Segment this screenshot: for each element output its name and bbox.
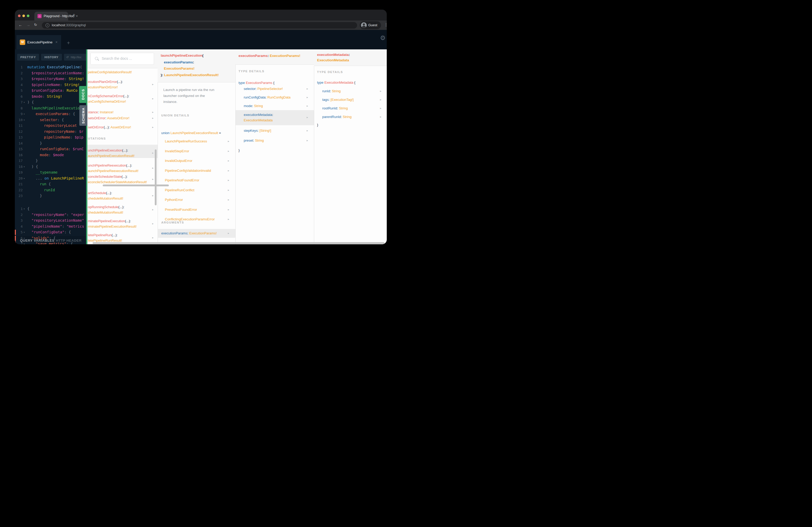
item-type[interactable]: aunchPipelineReexecutionResult!: [88, 169, 139, 173]
variables-line[interactable]: 5▾"runConfigData": {: [15, 229, 87, 235]
settings-gear-icon[interactable]: ⚙: [380, 34, 386, 42]
item-signature[interactable]: setOrError(...): AssetOrError!: [88, 125, 131, 129]
variables-line[interactable]: 2"repositoryName": "exper: [15, 212, 87, 218]
page-info-icon[interactable]: i: [45, 24, 49, 27]
item-type[interactable]: cheduleMutationResult!: [88, 210, 123, 214]
expand-arrow-icon[interactable]: ▸: [307, 96, 308, 99]
expand-arrow-icon[interactable]: ▸: [307, 129, 308, 132]
code-line[interactable]: 11repositoryLocat: [15, 123, 87, 129]
expand-arrow-icon[interactable]: ▸: [152, 166, 154, 170]
minimize-window-button[interactable]: [23, 15, 25, 17]
item-name[interactable]: opRunningSchedule(...):: [88, 205, 124, 209]
expand-arrow-icon[interactable]: ▸: [228, 217, 229, 221]
type-field[interactable]: selector: PipelineSelector!: [244, 87, 283, 91]
search-input[interactable]: [101, 56, 151, 61]
expand-arrow-icon[interactable]: ▸: [307, 104, 308, 108]
type-field[interactable]: runConfigData: RunConfigData: [244, 95, 291, 99]
fold-arrow-icon[interactable]: ▾: [24, 206, 25, 212]
code-line[interactable]: 3$repositoryName: String!: [15, 76, 87, 82]
union-member[interactable]: InvalidOutputError: [165, 159, 192, 163]
variables-line[interactable]: 1▾{: [15, 206, 87, 212]
code-line[interactable]: 7▾) {: [15, 99, 87, 105]
expand-arrow-icon[interactable]: ▸: [228, 139, 229, 143]
code-line[interactable]: 19__typename: [15, 169, 87, 176]
item-name[interactable]: ecutionPlanOrError(...):: [88, 80, 123, 84]
address-bar[interactable]: i localhost:3333/graphql: [42, 22, 357, 29]
item-type[interactable]: cheduleMutationResult!: [88, 196, 123, 200]
item-type[interactable]: unConfigSchemaOrError!: [88, 100, 126, 103]
type-field[interactable]: mode: String: [244, 104, 263, 108]
item-name[interactable]: unchPipelineExecution(...):: [88, 148, 128, 152]
union-member[interactable]: PythonError: [165, 198, 183, 202]
argument-row[interactable]: executionParams: ExecutionParams!: [161, 231, 217, 235]
expand-arrow-icon[interactable]: ▸: [152, 125, 154, 129]
fold-arrow-icon[interactable]: ▾: [24, 117, 25, 123]
fold-arrow-icon[interactable]: ▾: [24, 229, 25, 235]
expand-arrow-icon[interactable]: ▸: [152, 236, 154, 239]
expand-arrow-icon[interactable]: ▸: [380, 89, 381, 93]
item-name[interactable]: nConfigSchemaOrError(...):: [88, 94, 129, 98]
prettify-button[interactable]: PRETTIFY: [17, 54, 39, 61]
fold-arrow-icon[interactable]: ▾: [24, 164, 25, 170]
type-field[interactable]: preset: String: [244, 138, 264, 142]
docs-list-horizontal-scrollbar[interactable]: [103, 184, 169, 186]
item-signature[interactable]: stance: Instance!: [88, 110, 113, 114]
playground-tab-close-icon[interactable]: ×: [55, 40, 57, 44]
fold-arrow-icon[interactable]: ▾: [24, 241, 25, 244]
expand-arrow-icon[interactable]: ▸: [307, 87, 308, 90]
expand-arrow-icon[interactable]: ▸: [152, 110, 154, 114]
variables-line[interactable]: 4"pipelineName": "metrics: [15, 224, 87, 229]
type-field[interactable]: parentRunId: String: [322, 115, 352, 119]
code-line[interactable]: 4$pipelineName: String!: [15, 82, 87, 88]
playground-new-tab-button[interactable]: +: [67, 40, 70, 46]
endpoint-reload-icon[interactable]: ↺: [66, 54, 69, 61]
expand-arrow-icon[interactable]: ▸: [228, 208, 229, 211]
union-member[interactable]: LaunchPipelineRunSuccess: [165, 139, 207, 143]
item-type[interactable]: aunchPipelineExecutionResult!: [88, 154, 134, 158]
expand-arrow-icon[interactable]: ▸: [228, 231, 229, 235]
query-editor-pane[interactable]: PRETTIFY HISTORY ↺ http://loc 1mutation …: [15, 49, 87, 244]
item-name[interactable]: artSchedule(...):: [88, 191, 112, 195]
item-name[interactable]: minatePipelineExecution(...):: [88, 219, 131, 223]
expand-arrow-icon[interactable]: ▸: [307, 139, 308, 142]
expand-arrow-icon[interactable]: ▸: [307, 116, 308, 119]
type-field-name[interactable]: executionMetadata:: [244, 113, 273, 117]
docs-list-item[interactable]: pelineConfigValidationResult!: [88, 70, 132, 74]
variables-line[interactable]: 6▾"solids": {: [15, 235, 87, 241]
code-line[interactable]: 15runConfigData: $runC: [15, 146, 87, 152]
expand-arrow-icon[interactable]: ▸: [380, 115, 381, 119]
tab-docs[interactable]: DOCS: [79, 86, 87, 103]
item-signature[interactable]: setsOrError: AssetsOrError!: [88, 116, 130, 120]
item-type[interactable]: letePipelineRunResult!: [88, 239, 122, 242]
expand-arrow-icon[interactable]: ▸: [228, 149, 229, 153]
playground-tab[interactable]: M ExecutePipeline ×: [16, 35, 61, 49]
expand-arrow-icon[interactable]: ▸: [152, 194, 154, 197]
type-field-type[interactable]: ExecutionMetadata: [244, 118, 273, 122]
url-text[interactable]: localhost:3333/graphql: [52, 23, 86, 27]
code-line[interactable]: 12repositoryName: $r: [15, 129, 87, 135]
code-line[interactable]: 23}: [15, 193, 87, 199]
code-line[interactable]: 17}: [15, 158, 87, 164]
union-member[interactable]: InvalidStepError: [165, 149, 189, 153]
expand-arrow-icon[interactable]: ▸: [152, 151, 154, 155]
union-member[interactable]: PipelineConfigValidationInvalid: [165, 169, 211, 172]
code-line[interactable]: 8launchPipelineExecution(: [15, 105, 87, 111]
code-line[interactable]: 18▾) {: [15, 164, 87, 170]
history-button[interactable]: HISTORY: [41, 54, 62, 61]
code-line[interactable]: 1mutation ExecutePipeline(: [15, 64, 87, 70]
item-type[interactable]: ecutionPlanOrError!: [88, 85, 118, 89]
zoom-window-button[interactable]: [27, 15, 29, 17]
reload-icon[interactable]: ↻: [34, 22, 37, 27]
new-tab-button[interactable]: +: [73, 13, 75, 17]
item-name[interactable]: unchPipelineReexecution(...):: [88, 164, 132, 167]
expand-arrow-icon[interactable]: ▸: [228, 169, 229, 172]
union-member[interactable]: PipelineRunConflict: [165, 188, 194, 192]
code-line[interactable]: 9▾executionParams: {: [15, 111, 87, 117]
expand-arrow-icon[interactable]: ▸: [228, 179, 229, 182]
fold-arrow-icon[interactable]: ▾: [24, 176, 25, 181]
code-line[interactable]: 2$repositoryLocationName:: [15, 70, 87, 76]
code-line[interactable]: 20▾... on LaunchPipelineR: [15, 176, 87, 181]
back-icon[interactable]: ←: [18, 22, 23, 27]
expand-arrow-icon[interactable]: ▸: [152, 82, 154, 86]
expand-arrow-icon[interactable]: ▸: [152, 97, 154, 100]
